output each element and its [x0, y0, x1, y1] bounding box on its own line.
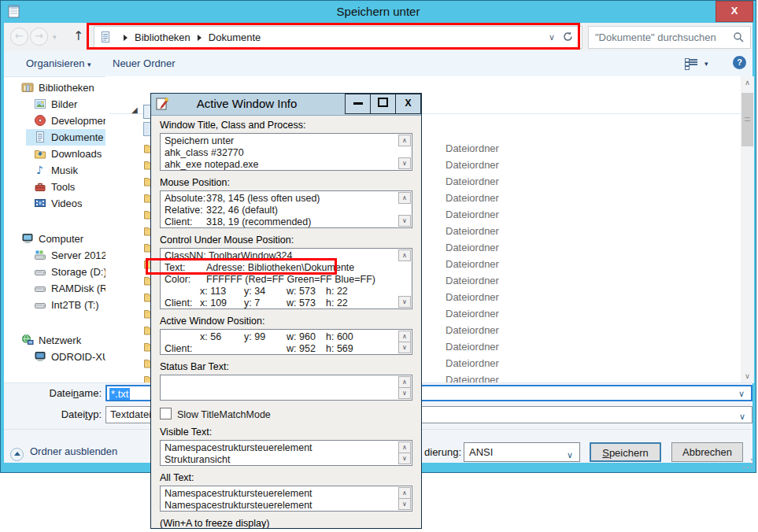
filetype-dropdown-icon[interactable]: ∨	[739, 409, 745, 425]
spy-text-line: ahk_exe notepad.exe	[165, 159, 394, 171]
spy-text-line: x: 113y: 34w: 573h: 22	[165, 286, 394, 297]
organize-menu[interactable]: Organisieren ▾	[26, 57, 91, 69]
view-mode-icon[interactable]	[685, 58, 697, 68]
encoding-dropdown-icon[interactable]: ∨	[567, 446, 573, 464]
box-scrollbar[interactable]: ∧∨	[398, 487, 411, 510]
scroll-up-icon[interactable]: ∧	[398, 331, 411, 342]
spy-minimize-button[interactable]	[345, 94, 371, 114]
help-icon[interactable]: ?	[733, 56, 746, 69]
sidebar-item-development[interactable]: Development	[4, 113, 106, 129]
up-one-level-button[interactable]: ↑	[73, 28, 83, 43]
sidebar-item-server-2012r2-c-[interactable]: Server 2012R2 (C:)	[4, 247, 106, 264]
scroll-down-icon[interactable]: ∨	[398, 498, 411, 510]
spy-text-line: Color:FFFFFF (Red=FF Green=FF Blue=FF)	[165, 274, 394, 286]
box-scrollbar[interactable]: ∧∨	[398, 331, 411, 353]
sidebar-item-storage-d-[interactable]: Storage (D:)	[4, 264, 106, 280]
libraries-icon	[21, 81, 34, 94]
scroll-up-icon[interactable]: ∧	[398, 249, 411, 261]
search-input[interactable]: "Dokumente" durchsuchen	[588, 26, 751, 49]
spy-text-line: Client:318, 19 (recommended)	[165, 216, 394, 228]
close-button[interactable]: X	[715, 1, 753, 22]
documents-icon	[34, 131, 46, 143]
spy-text-line: x: 56y: 99w: 960h: 600	[165, 331, 394, 343]
scroll-down-icon[interactable]: ∨	[398, 387, 411, 399]
sidebar-item-downloads[interactable]: Downloads	[4, 146, 106, 162]
scrollbar-thumb[interactable]	[741, 93, 753, 146]
active-window-info-dialog[interactable]: Active Window Info X Window Title, Class…	[150, 93, 422, 529]
scroll-down-icon[interactable]: ∨	[398, 453, 411, 464]
scroll-down-icon[interactable]: ∨	[398, 296, 411, 308]
sidebar-item-ramdisk-r-[interactable]: RAMDisk (R:)	[4, 280, 106, 297]
scroll-down-icon[interactable]: ∨	[741, 370, 754, 383]
spy-text-line: Client:w: 952h: 569	[165, 343, 394, 355]
spy-text-line: Speichern unter	[165, 135, 394, 147]
scroll-up-icon[interactable]: ∧	[398, 441, 411, 453]
scroll-up-icon[interactable]: ∧	[398, 487, 411, 499]
spy-body: Window Title, Class and Process:Speicher…	[151, 115, 421, 528]
sidebar-item-videos[interactable]: Videos	[4, 195, 106, 212]
spy-text-box[interactable]: NamespacestruktursteuerelementNamespaces…	[160, 486, 412, 512]
sidebar-item-tools[interactable]: Tools	[4, 179, 106, 195]
tools-icon	[34, 180, 46, 193]
scroll-up-icon[interactable]: ∧	[398, 376, 411, 388]
pictures-icon	[34, 98, 46, 110]
scroll-up-icon[interactable]: ∧	[398, 192, 411, 204]
scroll-down-icon[interactable]: ∨	[398, 215, 411, 227]
nav-history-caret-icon[interactable]: ▾	[53, 33, 57, 41]
spy-footer-hint: (Win+A to freeze display)	[160, 518, 412, 528]
scroll-up-icon[interactable]: ∧	[398, 135, 411, 146]
sidebar-group-bibliotheken[interactable]: Bibliotheken	[4, 79, 106, 96]
list-scrollbar[interactable]: ∧ ∨	[741, 76, 754, 383]
view-mode-caret-icon[interactable]: ▾	[704, 60, 708, 68]
spy-text-box[interactable]: ∧∨	[160, 375, 412, 401]
scroll-down-icon[interactable]: ∨	[398, 157, 411, 169]
navigation-pane: BibliothekenBilderDevelopmentDokumenteDo…	[4, 79, 106, 365]
sidebar-item-label: Videos	[51, 198, 83, 209]
sidebar-group-netzwerk[interactable]: Netzwerk	[4, 332, 106, 349]
resize-grip[interactable]	[744, 460, 753, 469]
titlebar[interactable]: Speichern unter X	[1, 1, 756, 23]
system-drive-icon	[34, 249, 46, 261]
music-icon: ♪	[34, 164, 46, 176]
save-button[interactable]: Speichern	[590, 442, 661, 462]
scroll-up-icon[interactable]: ∧	[741, 76, 754, 90]
sidebar-item-odroid-xu4[interactable]: ODROID-XU4	[4, 349, 106, 365]
box-scrollbar[interactable]: ∧∨	[398, 192, 411, 227]
sidebar-item-dokumente[interactable]: Dokumente	[26, 129, 106, 146]
spy-text-box[interactable]: x: 56y: 99w: 960h: 600Client:w: 952h: 56…	[160, 329, 412, 355]
spy-titlebar[interactable]: Active Window Info X	[151, 94, 421, 116]
forward-button[interactable]: →	[30, 28, 48, 46]
spy-text-box[interactable]: NamespacestruktursteuerelementStrukturan…	[160, 440, 412, 466]
network-icon	[21, 334, 34, 346]
encoding-select[interactable]: ANSI ∨	[464, 442, 580, 462]
sidebar-item-label: Musik	[51, 164, 78, 176]
filename-dropdown-icon[interactable]: ∨	[738, 389, 745, 399]
tree-expand-icon[interactable]: ◢	[131, 105, 138, 114]
sidebar-item-int2tb-t-[interactable]: Int2TB (T:)	[4, 297, 106, 313]
new-folder-button[interactable]: Neuer Ordner	[113, 57, 175, 69]
sidebar-item-musik[interactable]: ♪Musik	[4, 162, 106, 179]
sidebar-group-computer[interactable]: Computer	[4, 231, 106, 247]
cancel-button[interactable]: Abbrechen	[671, 442, 743, 462]
slow-titlematchmode-checkbox[interactable]: Slow TitleMatchMode	[160, 408, 412, 420]
spy-text-box[interactable]: Speichern unterahk_class #32770ahk_exe n…	[160, 133, 412, 171]
checkbox-icon[interactable]	[160, 408, 172, 419]
spy-section-label: Window Title, Class and Process:	[160, 120, 412, 131]
box-scrollbar[interactable]: ∧∨	[398, 376, 411, 399]
box-scrollbar[interactable]: ∧∨	[398, 441, 411, 464]
row-type-cell: Dateiordner	[446, 225, 499, 237]
search-icon[interactable]	[733, 31, 744, 42]
scroll-down-icon[interactable]: ∨	[398, 342, 411, 353]
spy-text-box[interactable]: ClassNN: ToolbarWindow324Text:Adresse: B…	[160, 248, 412, 309]
row-type-cell: Dateiordner	[446, 175, 499, 187]
row-type-cell: Dateiordner	[446, 357, 499, 369]
sidebar-item-bilder[interactable]: Bilder	[4, 96, 106, 113]
back-button[interactable]: ←	[10, 28, 28, 46]
hide-folders-button[interactable]: Ordner ausblenden	[10, 445, 117, 460]
spy-maximize-button[interactable]	[371, 94, 396, 114]
spy-text-box[interactable]: Absolute:378, 145 (less often used)Relat…	[160, 190, 412, 228]
box-scrollbar[interactable]: ∧∨	[398, 249, 411, 308]
spy-text-line: Relative:322, 46 (default)	[165, 205, 394, 216]
box-scrollbar[interactable]: ∧∨	[398, 135, 411, 169]
spy-close-button[interactable]: X	[396, 94, 421, 114]
